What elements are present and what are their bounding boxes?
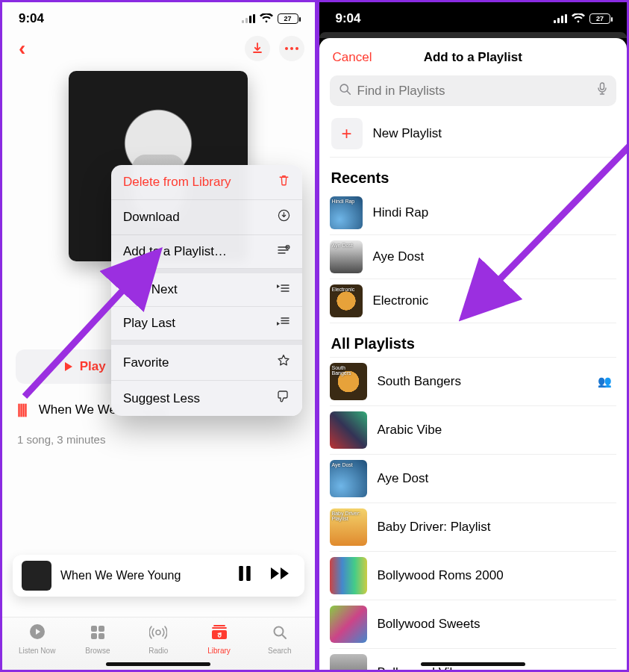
status-time: 9:04	[336, 11, 361, 26]
playlist-name: Baby Driver: Playlist	[378, 520, 617, 535]
now-playing-title: When We Were Young	[60, 569, 224, 582]
svg-rect-6	[246, 566, 251, 581]
all-playlists-list: South BangersSouth Bangers👥Arabic VibeAy…	[330, 357, 617, 670]
download-circle-icon	[278, 209, 290, 225]
new-playlist-button[interactable]: + New Playlist	[330, 106, 617, 158]
recents-list: Hindi RapHindi RapAye DostAye DostElectr…	[330, 191, 617, 323]
playlist-thumb	[330, 654, 367, 670]
tab-search[interactable]: Search	[253, 625, 307, 655]
playlist-item[interactable]: Bollywood Roms 2000	[330, 552, 617, 600]
play-icon	[63, 361, 74, 372]
playlist-thumb: South Bangers	[330, 363, 367, 400]
status-time: 9:04	[19, 11, 44, 26]
forward-button[interactable]	[266, 566, 295, 585]
trash-icon	[278, 174, 290, 190]
menu-play-last[interactable]: Play Last	[111, 307, 302, 340]
menu-delete[interactable]: Delete from Library	[111, 165, 302, 200]
dictation-icon[interactable]	[597, 82, 607, 99]
home-indicator[interactable]	[421, 662, 525, 666]
back-button[interactable]: ‹	[13, 34, 31, 63]
play-next-icon	[276, 282, 290, 297]
playlist-name: Aye Dost	[378, 471, 617, 486]
download-button[interactable]	[245, 36, 270, 61]
tab-radio[interactable]: Radio	[131, 625, 185, 655]
playlist-name: South Bangers	[378, 374, 588, 389]
playlist-item[interactable]: South BangersSouth Bangers👥	[330, 358, 617, 406]
more-button[interactable]	[279, 36, 304, 61]
library-icon	[211, 625, 228, 644]
topbar: ‹	[2, 29, 315, 65]
song-meta: 1 song, 3 minutes	[2, 424, 315, 455]
menu-add-playlist[interactable]: Add to a Playlist…	[111, 235, 302, 269]
playlist-name: Arabic Vibe	[378, 423, 617, 438]
add-to-playlist-screen: 9:04 27 Cancel Add to a Playlist + New P	[315, 2, 628, 670]
cellular-icon	[242, 14, 255, 23]
playlist-thumb	[330, 606, 367, 643]
status-icons: 27	[242, 13, 298, 25]
playlist-item[interactable]: Bollywood Sweets	[330, 600, 617, 649]
grid-icon	[90, 625, 105, 644]
svg-rect-10	[91, 633, 97, 639]
music-detail-screen: 9:04 27 ‹ Play ǀǀǀǀ When	[2, 2, 315, 670]
playlist-thumb: Aye Dost	[330, 240, 363, 273]
playlist-item[interactable]: Baby Driver: PlaylistBaby Driver: Playli…	[330, 503, 617, 552]
all-playlists-heading: All Playlists	[330, 323, 617, 357]
playlist-name: Bollywood Sweets	[378, 617, 617, 632]
svg-rect-8	[91, 626, 97, 632]
search-icon	[339, 83, 351, 99]
status-bar: 9:04 27	[2, 2, 315, 29]
play-last-icon	[276, 316, 290, 331]
status-icons: 27	[554, 13, 610, 25]
wifi-icon	[260, 13, 273, 25]
play-label: Play	[80, 359, 106, 374]
home-indicator[interactable]	[106, 662, 210, 666]
pause-button[interactable]	[233, 565, 257, 586]
playlist-item[interactable]: ElectronicElectronic	[330, 279, 617, 323]
thumbs-down-icon	[277, 390, 290, 407]
status-bar: 9:04 27	[319, 2, 628, 34]
now-playing-bar[interactable]: When We Were Young	[13, 555, 304, 597]
svg-point-2	[295, 47, 298, 50]
battery-icon: 27	[589, 13, 610, 24]
add-list-icon	[276, 244, 290, 259]
menu-play-next[interactable]: Play Next	[111, 273, 302, 307]
menu-download[interactable]: Download	[111, 200, 302, 235]
playlist-name: Bollywood Roms 2000	[378, 568, 617, 583]
svg-rect-11	[98, 633, 104, 639]
star-icon	[277, 354, 290, 371]
radio-icon	[149, 625, 167, 644]
svg-point-0	[285, 47, 288, 50]
svg-rect-9	[98, 626, 104, 632]
sheet-title: Add to a Playlist	[424, 50, 522, 65]
recents-heading: Recents	[330, 158, 617, 191]
playlist-thumb	[330, 411, 367, 449]
playlist-thumb	[330, 557, 367, 594]
svg-rect-16	[601, 83, 604, 90]
shared-icon: 👥	[598, 375, 616, 388]
context-menu: Delete from Library Download Add to a Pl…	[111, 165, 302, 416]
play-circle-icon	[29, 623, 46, 644]
cellular-icon	[554, 14, 567, 23]
playlist-name: Electronic	[373, 293, 617, 308]
tab-library[interactable]: Library	[193, 625, 246, 655]
battery-icon: 27	[278, 13, 298, 24]
playlist-thumb: Aye Dost	[330, 460, 367, 497]
playlist-item[interactable]: Hindi RapHindi Rap	[330, 191, 617, 235]
menu-suggest-less[interactable]: Suggest Less	[111, 381, 302, 416]
playlist-item[interactable]: Arabic Vibe	[330, 406, 617, 455]
playlist-item[interactable]: Bollywood Vibes	[330, 649, 617, 670]
sheet: Cancel Add to a Playlist + New Playlist …	[319, 38, 628, 670]
cancel-button[interactable]: Cancel	[333, 50, 372, 65]
plus-icon: +	[331, 118, 363, 149]
tab-browse[interactable]: Browse	[71, 625, 125, 655]
menu-favorite[interactable]: Favorite	[111, 345, 302, 381]
search-field[interactable]	[330, 75, 617, 106]
tab-listen-now[interactable]: Listen Now	[10, 623, 64, 655]
audio-bars-icon: ǀǀǀǀ	[17, 402, 26, 417]
playlist-thumb: Baby Driver: Playlist	[330, 508, 367, 546]
search-icon	[272, 625, 287, 644]
search-input[interactable]	[357, 84, 592, 99]
playlist-item[interactable]: Aye DostAye Dost	[330, 235, 617, 279]
playlist-name: Hindi Rap	[373, 205, 617, 220]
playlist-item[interactable]: Aye DostAye Dost	[330, 455, 617, 503]
